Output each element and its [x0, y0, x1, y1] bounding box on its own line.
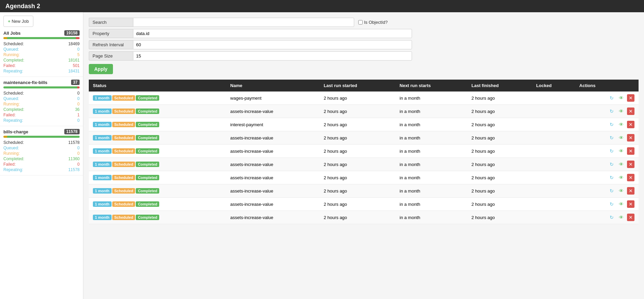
table-cell-actions: ↻👁✕ — [575, 184, 639, 198]
table-cell-name: assets-increase-value — [226, 211, 320, 224]
view-icon[interactable]: 👁 — [617, 134, 625, 142]
stat-value: 0 — [77, 118, 80, 123]
stat-label: Running: — [3, 151, 20, 156]
search-input[interactable] — [133, 18, 354, 27]
view-icon[interactable]: 👁 — [617, 147, 625, 155]
refresh-icon[interactable]: ↻ — [608, 147, 615, 155]
table-cell-name: assets-increase-value — [226, 198, 320, 211]
apply-button[interactable]: Apply — [89, 64, 113, 74]
refresh-icon[interactable]: ↻ — [608, 161, 615, 168]
stat-row: Queued:0 — [3, 96, 80, 101]
table-cell-status: 1 monthScheduledCompleted — [89, 131, 226, 145]
delete-icon[interactable]: ✕ — [627, 94, 634, 102]
stat-label: Running: — [3, 102, 20, 106]
refresh-icon[interactable]: ↻ — [608, 174, 615, 181]
new-job-button[interactable]: + New Job — [3, 16, 33, 27]
sidebar-section-header: maintenance-fix-bills37 — [3, 80, 80, 85]
refresh-icon[interactable]: ↻ — [608, 200, 615, 208]
delete-icon[interactable]: ✕ — [627, 107, 634, 115]
col-last-finished: Last finished — [467, 80, 532, 92]
table-cell-last-finished: 2 hours ago — [467, 171, 532, 184]
delete-icon[interactable]: ✕ — [627, 134, 634, 142]
stat-value: 18469 — [68, 41, 80, 46]
view-icon[interactable]: 👁 — [617, 94, 625, 102]
tag-1-month: 1 month — [93, 122, 112, 127]
refresh-icon[interactable]: ↻ — [608, 94, 615, 102]
stat-label: Queued: — [3, 146, 19, 150]
refresh-icon[interactable]: ↻ — [608, 107, 615, 115]
table-cell-next-run: in a month — [396, 198, 467, 211]
table-cell-actions: ↻👁✕ — [575, 118, 639, 131]
col-locked: Locked — [532, 80, 575, 92]
stat-row: Scheduled:11578 — [3, 140, 80, 145]
table-cell-name: interest-payment — [226, 118, 320, 131]
table-cell-locked — [532, 171, 575, 184]
refresh-icon[interactable]: ↻ — [608, 214, 615, 221]
delete-icon[interactable]: ✕ — [627, 147, 634, 155]
tag-completed: Completed — [136, 122, 159, 127]
tag-1-month: 1 month — [93, 95, 112, 101]
view-icon[interactable]: 👁 — [617, 187, 625, 195]
table-cell-status: 1 monthScheduledCompleted — [89, 184, 226, 198]
table-cell-name: wages-payment — [226, 92, 320, 105]
sidebar-section-badge: 37 — [71, 80, 80, 85]
delete-icon[interactable]: ✕ — [627, 200, 634, 208]
delete-icon[interactable]: ✕ — [627, 214, 634, 221]
view-icon[interactable]: 👁 — [617, 161, 625, 168]
tag-completed: Completed — [136, 188, 159, 194]
view-icon[interactable]: 👁 — [617, 107, 625, 115]
stat-label: Queued: — [3, 47, 19, 52]
table-cell-name: assets-increase-value — [226, 184, 320, 198]
page-size-input[interactable] — [133, 51, 412, 61]
refresh-icon[interactable]: ↻ — [608, 187, 615, 195]
delete-icon[interactable]: ✕ — [627, 187, 634, 195]
tag-completed: Completed — [136, 109, 159, 114]
table-cell-actions: ↻👁✕ — [575, 198, 639, 211]
table-cell-next-run: in a month — [396, 105, 467, 118]
sidebar-section-name: All Jobs — [3, 31, 21, 36]
table-cell-locked — [532, 118, 575, 131]
stat-label: Repeating: — [3, 69, 23, 73]
table-cell-last-finished: 2 hours ago — [467, 198, 532, 211]
delete-icon[interactable]: ✕ — [627, 121, 634, 128]
view-icon[interactable]: 👁 — [617, 174, 625, 181]
table-cell-last-finished: 2 hours ago — [467, 92, 532, 105]
progress-segment-failed — [77, 86, 80, 88]
view-icon[interactable]: 👁 — [617, 121, 625, 128]
sidebar-section-all-jobs[interactable]: All Jobs19158Scheduled:18469Queued:0Runn… — [0, 30, 83, 77]
property-input[interactable] — [133, 29, 412, 38]
table-cell-status: 1 monthScheduledCompleted — [89, 105, 226, 118]
sidebar-section-maintenance-fix-bills[interactable]: maintenance-fix-bills37Scheduled:0Queued… — [0, 80, 83, 126]
property-row: Property — [89, 29, 639, 38]
col-name: Name — [226, 80, 320, 92]
tag-1-month: 1 month — [93, 201, 112, 207]
main-layout: + New Job All Jobs19158Scheduled:18469Qu… — [0, 12, 644, 299]
delete-icon[interactable]: ✕ — [627, 161, 634, 168]
progress-segment-completed — [7, 136, 80, 138]
table-cell-name: assets-increase-value — [226, 131, 320, 145]
progress-segment-failed — [76, 37, 80, 39]
refresh-interval-input[interactable] — [133, 40, 412, 49]
refresh-icon[interactable]: ↻ — [608, 134, 615, 142]
stat-value: 5 — [77, 52, 80, 57]
stat-value: 0 — [77, 91, 80, 96]
col-last-run: Last run started — [319, 80, 395, 92]
table-cell-name: assets-increase-value — [226, 171, 320, 184]
tag-completed: Completed — [136, 148, 159, 154]
sidebar-progress-bar — [3, 136, 80, 138]
sidebar-section-bills-charge[interactable]: bills-charge11578Scheduled:11578Queued:0… — [0, 129, 83, 176]
table-cell-next-run: in a month — [396, 92, 467, 105]
sidebar-section-header: All Jobs19158 — [3, 30, 80, 36]
delete-icon[interactable]: ✕ — [627, 174, 634, 181]
stat-row: Running:0 — [3, 151, 80, 156]
is-objectid-checkbox[interactable] — [358, 20, 363, 24]
table-cell-last-run: 2 hours ago — [319, 211, 395, 224]
view-icon[interactable]: 👁 — [617, 200, 625, 208]
tag-completed: Completed — [136, 201, 159, 207]
refresh-icon[interactable]: ↻ — [608, 121, 615, 128]
table-cell-last-run: 2 hours ago — [319, 158, 395, 171]
view-icon[interactable]: 👁 — [617, 214, 625, 221]
tag-completed: Completed — [136, 175, 159, 180]
is-objectid-label[interactable]: Is ObjectId? — [358, 20, 387, 25]
stat-value: 18161 — [68, 58, 80, 63]
